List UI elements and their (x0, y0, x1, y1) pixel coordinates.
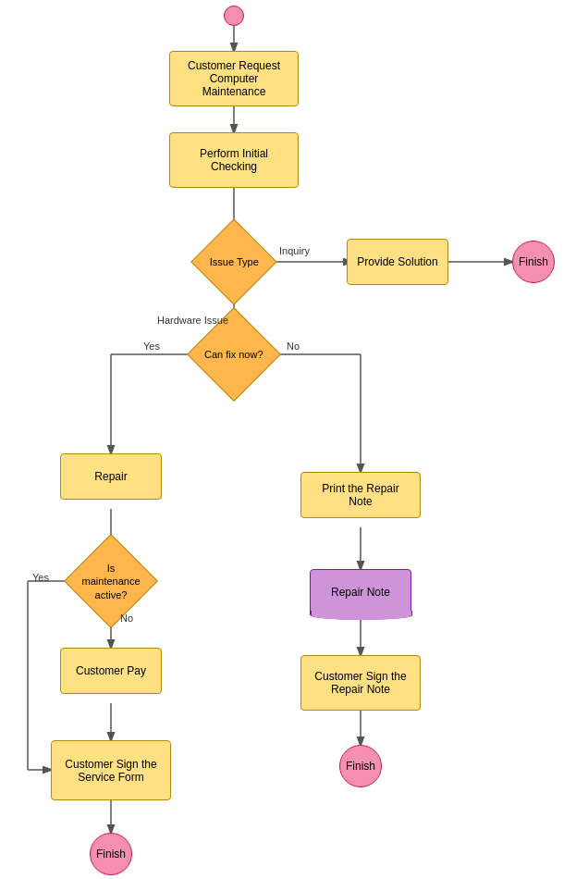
customer-pay-node: Customer Pay (60, 648, 162, 694)
no-maint-label: No (120, 613, 133, 624)
is-maintenance-node: Ismaintenanceactive? (64, 534, 158, 628)
finish-right-node: Finish (339, 745, 382, 787)
issue-type-label: Issue Type (210, 255, 259, 268)
repair-note-node: Repair Note (310, 569, 411, 615)
can-fix-label: Can fix now? (204, 348, 263, 361)
no-fix-label: No (287, 340, 300, 352)
customer-request-node: Customer Request Computer Maintenance (169, 51, 299, 106)
start-node (224, 6, 244, 26)
flowchart: Customer Request Computer Maintenance Pe… (0, 0, 588, 879)
customer-sign-service-node: Customer Sign the Service Form (51, 740, 171, 800)
repair-label: Repair (94, 470, 127, 483)
finish-top-node: Finish (512, 241, 555, 283)
finish-bottom-label: Finish (96, 848, 126, 860)
customer-pay-label: Customer Pay (76, 664, 146, 677)
repair-note-label: Repair Note (331, 586, 390, 599)
customer-sign-repair-label: Customer Sign the Repair Note (309, 670, 412, 696)
inquiry-label: Inquiry (279, 245, 310, 256)
print-repair-label: Print the Repair Note (309, 482, 412, 508)
is-maintenance-label: Ismaintenanceactive? (82, 562, 141, 601)
customer-sign-repair-node: Customer Sign the Repair Note (300, 655, 421, 711)
finish-right-label: Finish (346, 760, 375, 773)
yes-maint-label: Yes (32, 572, 49, 583)
finish-bottom-node: Finish (90, 833, 132, 875)
initial-check-label: Perform Initial Checking (178, 147, 290, 173)
finish-top-label: Finish (519, 255, 548, 268)
customer-sign-service-label: Customer Sign the Service Form (59, 758, 163, 784)
issue-type-node: Issue Type (190, 218, 276, 304)
provide-solution-node: Provide Solution (347, 239, 448, 285)
provide-solution-label: Provide Solution (357, 255, 437, 268)
yes-fix-label: Yes (143, 340, 160, 352)
repair-node: Repair (60, 453, 162, 500)
print-repair-node: Print the Repair Note (300, 472, 421, 518)
customer-request-label: Customer Request Computer Maintenance (178, 59, 290, 98)
hardware-label: Hardware Issue (157, 315, 228, 326)
initial-check-node: Perform Initial Checking (169, 132, 299, 188)
